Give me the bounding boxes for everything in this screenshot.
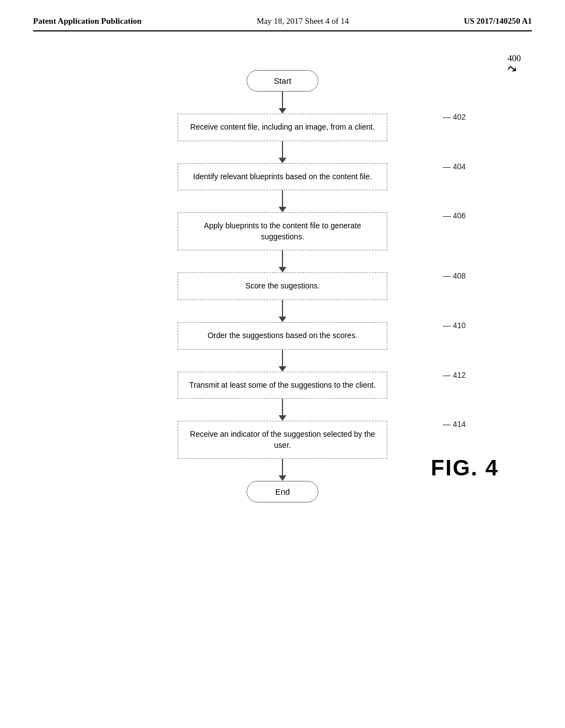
end-node: End — [247, 481, 318, 502]
diagram-container: 400 ↵ Start Receive content file, includ… — [33, 53, 532, 502]
arrow-head — [279, 475, 286, 481]
step-row-414: Receive an indicator of the suggestion s… — [33, 421, 532, 459]
step-row-412: Transmit at least some of the suggestion… — [33, 372, 532, 399]
step-410-label: 410 — [443, 321, 466, 330]
arrow-head — [279, 108, 286, 114]
publication-label: Patent Application Publication — [33, 17, 142, 26]
arrow-head — [279, 415, 286, 421]
step-row-402: Receive content file, including an image… — [33, 114, 532, 141]
arrow-line — [282, 459, 283, 475]
arrow-line — [282, 399, 283, 415]
arrow-line — [282, 350, 283, 366]
arrow-line — [282, 92, 283, 108]
arrow-head — [279, 158, 286, 163]
page: Patent Application Publication May 18, 2… — [0, 0, 565, 728]
arrow-2 — [279, 190, 286, 212]
step-406-box: Apply blueprints to the content file to … — [178, 212, 387, 250]
arrow-line — [282, 141, 283, 158]
step-412-label: 412 — [443, 371, 466, 379]
arrow-line — [282, 300, 283, 317]
arrow-head — [279, 317, 286, 322]
step-row-406: Apply blueprints to the content file to … — [33, 212, 532, 250]
arrow-head — [279, 267, 286, 272]
step-row-404: Identify relevant blueprints based on th… — [33, 163, 532, 191]
flowchart: Start Receive content file, including an… — [33, 70, 532, 502]
step-row-408: Score the sugestions. 408 — [33, 272, 532, 300]
arrow-6 — [279, 399, 286, 421]
step-408-label: 408 — [443, 271, 466, 280]
publication-number: US 2017/140250 A1 — [464, 17, 532, 26]
step-412-box: Transmit at least some of the suggestion… — [178, 372, 387, 399]
step-414-box: Receive an indicator of the suggestion s… — [178, 421, 387, 459]
figure-reference: 400 ↵ — [508, 53, 521, 76]
arrow-head — [279, 207, 286, 212]
arrow-3 — [279, 250, 286, 272]
step-408-box: Score the sugestions. — [178, 272, 387, 300]
step-404-label: 404 — [443, 162, 466, 171]
arrow-0 — [279, 92, 286, 114]
start-node: Start — [247, 70, 318, 92]
arrow-4 — [279, 300, 286, 322]
arrow-head — [279, 366, 286, 372]
step-410-box: Order the suggestions based on the score… — [178, 322, 387, 350]
arrow-line — [282, 190, 283, 207]
step-414-label: 414 — [443, 420, 466, 429]
step-404-box: Identify relevant blueprints based on th… — [178, 163, 387, 191]
step-402-box: Receive content file, including an image… — [178, 114, 387, 141]
publication-date: May 18, 2017 Sheet 4 of 14 — [257, 17, 349, 26]
arrow-line — [282, 250, 283, 267]
step-row-410: Order the suggestions based on the score… — [33, 322, 532, 350]
page-header: Patent Application Publication May 18, 2… — [33, 17, 532, 31]
arrow-1 — [279, 141, 286, 163]
arrow-7 — [279, 459, 286, 481]
step-406-label: 406 — [443, 211, 466, 220]
figure-label: FIG. 4 — [431, 456, 499, 480]
arrow-5 — [279, 350, 286, 372]
step-402-label: 402 — [443, 113, 466, 121]
